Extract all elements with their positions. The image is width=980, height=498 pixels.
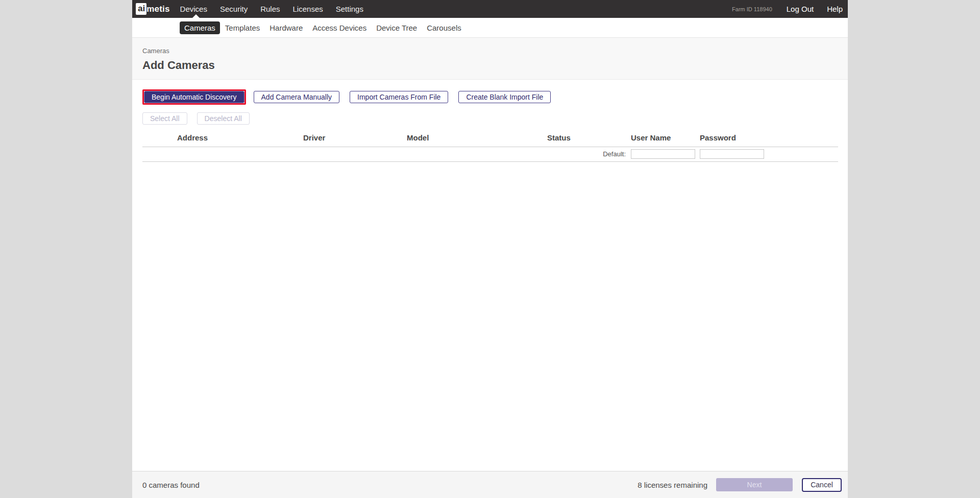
menu-item-devices[interactable]: Devices xyxy=(180,5,207,13)
footer-actions: 8 licenses remaining Next Cancel xyxy=(638,478,842,492)
column-driver: Driver xyxy=(303,133,407,147)
menu-item-rules[interactable]: Rules xyxy=(260,5,280,13)
highlight-annotation: Begin Automatic Discovery xyxy=(142,89,246,105)
top-bar-right: Farm ID 118940 Log Out Help xyxy=(732,5,843,13)
column-select xyxy=(142,133,177,147)
app-window: ai metis Devices Security Rules Licenses… xyxy=(132,0,848,498)
active-menu-caret-icon xyxy=(192,14,200,18)
logo-ai-mark: ai xyxy=(136,3,146,15)
menu-item-settings[interactable]: Settings xyxy=(336,5,363,13)
column-address: Address xyxy=(177,133,303,147)
logo-text: metis xyxy=(146,4,169,14)
licenses-remaining-status: 8 licenses remaining xyxy=(638,481,707,489)
add-camera-manually-button[interactable]: Add Camera Manually xyxy=(254,91,340,103)
help-link[interactable]: Help xyxy=(827,5,843,13)
import-cameras-from-file-button[interactable]: Import Cameras From File xyxy=(350,91,448,103)
column-password: Password xyxy=(700,133,838,147)
default-credentials-row: Default: xyxy=(142,147,838,162)
default-username-input[interactable] xyxy=(631,149,695,159)
default-label: Default: xyxy=(547,147,631,162)
tab-device-tree[interactable]: Device Tree xyxy=(372,21,422,34)
farm-id-label: Farm ID 118940 xyxy=(732,6,772,12)
discovered-cameras-table: Address Driver Model Status User Name Pa… xyxy=(142,133,838,162)
menu-item-licenses[interactable]: Licenses xyxy=(293,5,323,13)
column-model: Model xyxy=(407,133,547,147)
default-password-input[interactable] xyxy=(700,149,764,159)
selection-buttons: Select All Deselect All xyxy=(142,112,838,125)
menu-item-security[interactable]: Security xyxy=(220,5,248,13)
select-all-button[interactable]: Select All xyxy=(142,112,187,125)
log-out-link[interactable]: Log Out xyxy=(787,5,814,13)
page-title: Add Cameras xyxy=(142,59,848,72)
next-button[interactable]: Next xyxy=(716,478,793,491)
tab-cameras[interactable]: Cameras xyxy=(180,21,220,34)
devices-sub-nav: Cameras Templates Hardware Access Device… xyxy=(132,18,848,37)
top-bar: ai metis Devices Security Rules Licenses… xyxy=(132,0,848,18)
tab-hardware[interactable]: Hardware xyxy=(265,21,307,34)
breadcrumb[interactable]: Cameras xyxy=(142,47,169,55)
main-menu: Devices Security Rules Licenses Settings xyxy=(180,5,376,13)
deselect-all-button[interactable]: Deselect All xyxy=(197,112,250,125)
main-content: Begin Automatic Discovery Add Camera Man… xyxy=(132,80,848,471)
table-header-row: Address Driver Model Status User Name Pa… xyxy=(142,133,838,147)
page-header: Cameras Add Cameras xyxy=(132,37,848,80)
tab-access-devices[interactable]: Access Devices xyxy=(308,21,371,34)
aimetis-logo[interactable]: ai metis xyxy=(136,3,170,15)
camera-action-buttons: Begin Automatic Discovery Add Camera Man… xyxy=(142,89,838,105)
device-tabs: Cameras Templates Hardware Access Device… xyxy=(180,21,467,34)
cameras-found-status: 0 cameras found xyxy=(142,481,200,489)
tab-templates[interactable]: Templates xyxy=(220,21,264,34)
column-status: Status xyxy=(547,133,631,147)
begin-automatic-discovery-button[interactable]: Begin Automatic Discovery xyxy=(144,91,244,103)
tab-carousels[interactable]: Carousels xyxy=(422,21,466,34)
create-blank-import-file-button[interactable]: Create Blank Import File xyxy=(458,91,551,103)
cancel-button[interactable]: Cancel xyxy=(802,478,842,492)
column-user-name: User Name xyxy=(631,133,700,147)
footer-bar: 0 cameras found 8 licenses remaining Nex… xyxy=(132,471,848,498)
